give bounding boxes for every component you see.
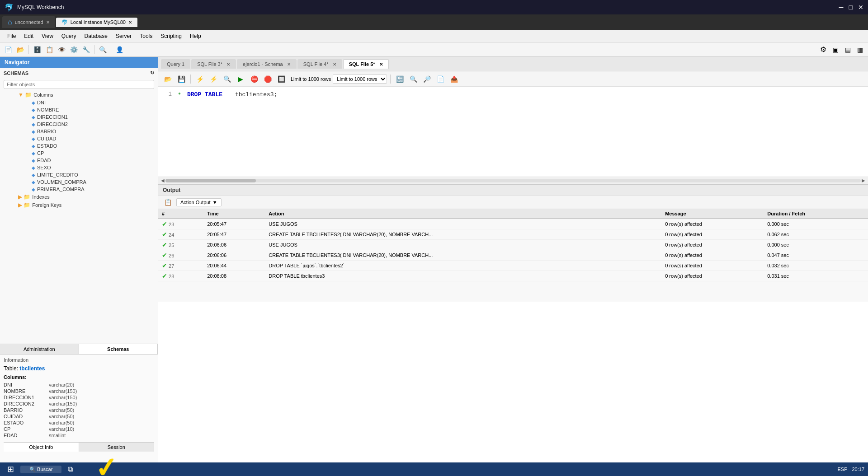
toolbar-layout1-btn[interactable]: ▣: [830, 44, 841, 55]
instance-tab-unconnected[interactable]: ⌂ unconnected ✕: [2, 16, 55, 28]
start-button[interactable]: ⊞: [4, 463, 18, 475]
maximize-button[interactable]: □: [849, 4, 853, 11]
toolbar-layout2-btn[interactable]: ▤: [842, 44, 853, 55]
menu-view[interactable]: View: [38, 32, 57, 41]
nav-bottom-tabs: Administration Schemas: [0, 344, 158, 354]
sql-execute-btn[interactable]: ⚡: [194, 73, 206, 85]
scroll-thumb[interactable]: [165, 179, 256, 182]
toolbar-view-btn[interactable]: 👁️: [56, 44, 67, 55]
close-tab-unconnected[interactable]: ✕: [46, 20, 50, 25]
tab-session[interactable]: Session: [79, 443, 155, 452]
sql-zoom-btn[interactable]: 🔎: [421, 73, 433, 85]
sql-save-btn[interactable]: 💾: [175, 73, 187, 85]
scroll-left-arrow[interactable]: ◀: [160, 178, 165, 183]
tree-item-cuidad[interactable]: ◆ CUIDAD: [0, 135, 158, 142]
close-button[interactable]: ✕: [858, 4, 863, 11]
sql-open-btn[interactable]: 📂: [162, 73, 174, 85]
search-taskbar-btn[interactable]: 🔍 Buscar: [20, 466, 61, 473]
sql-toggle-btn[interactable]: 🔲: [275, 73, 287, 85]
tree-fk-node[interactable]: ▶ 📁 Foreign Keys: [0, 201, 158, 209]
instance-tab-mysql80[interactable]: 🐬 Local instance MySQL80 ✕: [56, 18, 137, 27]
sql-execute-sel-btn[interactable]: ⚡: [208, 73, 219, 85]
toolbar-func-btn[interactable]: 🔧: [80, 44, 91, 55]
tree-item-barrio[interactable]: ◆ BARRIO: [0, 128, 158, 135]
query-tab-ejercio1[interactable]: ejercio1 - Schema ✕: [237, 59, 297, 69]
toolbar-layout3-btn[interactable]: ▥: [854, 44, 865, 55]
toolbar-settings-btn[interactable]: ⚙: [818, 44, 829, 55]
scroll-right-arrow[interactable]: ▶: [861, 178, 866, 183]
query-tab-sqlfile5[interactable]: SQL File 5* ✕: [343, 59, 389, 69]
tab-object-info[interactable]: Object Info: [4, 443, 79, 452]
output-copy-btn[interactable]: 📋: [162, 196, 174, 208]
query-tab-sqlfile3[interactable]: SQL File 3* ✕: [191, 59, 236, 69]
toolbar-table-btn[interactable]: 📋: [44, 44, 55, 55]
toolbar-schema-btn[interactable]: 🗄️: [32, 44, 42, 55]
sql-stop-btn[interactable]: ⛔: [248, 73, 260, 85]
status-ok-icon: ✔: [162, 272, 167, 280]
tree-item-limite[interactable]: ◆ LIMITE_CREDITO: [0, 171, 158, 178]
sql-play-btn[interactable]: ▶: [235, 73, 246, 85]
cell-time: 20:05:47: [203, 219, 265, 229]
table-row: ✔ 26 20:06:06 CREATE TABLE TBCLIENTES3( …: [158, 250, 868, 261]
tree-item-nombre[interactable]: ◆ NOMBRE: [0, 106, 158, 113]
status-ok-icon: ✔: [162, 241, 167, 248]
info-col-cp: CP varchar(10): [4, 426, 154, 432]
menu-database[interactable]: Database: [81, 32, 111, 41]
menu-file[interactable]: File: [4, 32, 19, 41]
tree-item-dni[interactable]: ◆ DNI: [0, 99, 158, 106]
close-tab-sqlfile4[interactable]: ✕: [333, 62, 336, 67]
menu-server[interactable]: Server: [112, 32, 135, 41]
limit-rows-selector: Limit to 1000 rows Don't Limit Limit to …: [291, 75, 387, 84]
schemas-label: SCHEMAS ↻: [0, 68, 158, 78]
minimize-button[interactable]: ─: [839, 4, 844, 11]
sql-export-btn[interactable]: 📤: [448, 73, 460, 85]
horizontal-scrollbar[interactable]: ◀ ▶: [158, 177, 868, 184]
tree-columns-node[interactable]: ▼ 📁 Columns: [0, 91, 158, 99]
sql-prev-btn[interactable]: 🔙: [394, 73, 406, 85]
tree-indexes-node[interactable]: ▶ 📁 Indexes: [0, 193, 158, 201]
close-tab-ejercio1[interactable]: ✕: [287, 62, 291, 67]
toolbar-proc-btn[interactable]: ⚙️: [68, 44, 79, 55]
tree-item-sexo[interactable]: ◆ SEXO: [0, 164, 158, 171]
menu-scripting[interactable]: Scripting: [157, 32, 185, 41]
menu-query[interactable]: Query: [58, 32, 80, 41]
tree-item-volumen[interactable]: ◆ VOLUMEN_COMPRA: [0, 178, 158, 186]
menu-tools[interactable]: Tools: [136, 32, 156, 41]
close-tab-sqlfile3[interactable]: ✕: [226, 62, 230, 67]
taskview-btn[interactable]: ⧉: [64, 464, 76, 474]
query-tab-sqlfile4[interactable]: SQL File 4* ✕: [297, 59, 342, 69]
window-controls[interactable]: ─ □ ✕: [839, 4, 863, 11]
tree-item-direccion2[interactable]: ◆ DIRECCION2: [0, 121, 158, 128]
close-tab-sqlfile5[interactable]: ✕: [379, 62, 383, 67]
filter-objects-input[interactable]: [4, 80, 154, 89]
tab-schemas[interactable]: Schemas: [79, 344, 158, 354]
toolbar-new-btn[interactable]: 📄: [3, 44, 14, 55]
sql-stop2-btn[interactable]: 🛑: [262, 73, 274, 85]
diamond-icon: ◆: [32, 107, 35, 112]
diamond-icon: ◆: [32, 158, 35, 163]
refresh-icon[interactable]: ↻: [150, 70, 154, 76]
sql-explain-btn[interactable]: 🔍: [221, 73, 233, 85]
tree-item-cp[interactable]: ◆ CP: [0, 149, 158, 157]
menu-help[interactable]: Help: [186, 32, 205, 41]
sql-wrap-btn[interactable]: 📄: [434, 73, 446, 85]
tab-administration[interactable]: Administration: [0, 344, 79, 354]
toolbar-open-btn[interactable]: 📂: [15, 44, 26, 55]
action-output-dropdown[interactable]: Action Output ▼: [176, 198, 222, 206]
menu-edit[interactable]: Edit: [20, 32, 37, 41]
toolbar-user-btn[interactable]: 👤: [114, 44, 125, 55]
code-editor[interactable]: 1 ● DROP TABLE tbclientes3;: [158, 87, 868, 177]
sql-next-btn[interactable]: 🔍: [407, 73, 419, 85]
tree-item-primera[interactable]: ◆ PRIMERA_COMPRA: [0, 186, 158, 193]
limit-dropdown[interactable]: Don't Limit Limit to 1000 rows Limit to …: [333, 75, 387, 84]
main-toolbar: 📄 📂 🗄️ 📋 👁️ ⚙️ 🔧 🔍 👤 ⚙ ▣ ▤ ▥: [0, 42, 868, 57]
tree-item-direccion1[interactable]: ◆ DIRECCION1: [0, 113, 158, 121]
close-tab-mysql80[interactable]: ✕: [128, 20, 132, 25]
query-tab-1[interactable]: Query 1: [161, 59, 190, 69]
diamond-icon: ◆: [32, 187, 35, 192]
scroll-track[interactable]: [165, 179, 861, 182]
tree-item-edad[interactable]: ◆ EDAD: [0, 157, 158, 164]
tree-item-estado[interactable]: ◆ ESTADO: [0, 142, 158, 149]
toolbar-search-btn[interactable]: 🔍: [97, 44, 108, 55]
cell-action: DROP TABLE `jugos`.`tbclientes2`: [265, 261, 661, 271]
